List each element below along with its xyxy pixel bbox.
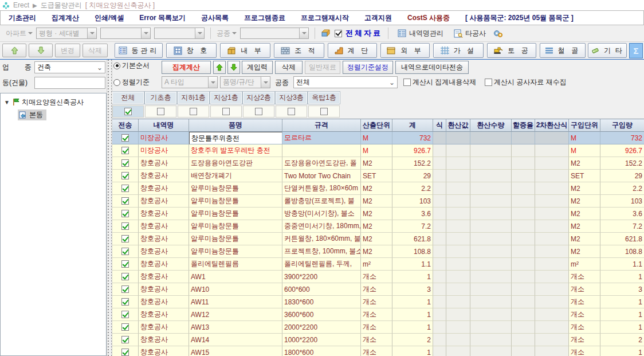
cell-buy_qty[interactable]: 732 bbox=[600, 132, 644, 144]
cell-send[interactable] bbox=[112, 144, 139, 157]
trade-select[interactable]: 건축 ⌄ bbox=[34, 61, 105, 73]
cell-f2[interactable] bbox=[446, 245, 470, 258]
floor-tab-2[interactable]: 지하1층 bbox=[178, 92, 209, 104]
cell-f1[interactable] bbox=[433, 296, 446, 308]
cell-f4[interactable] bbox=[512, 233, 535, 245]
cell-buy_unit[interactable]: M2 bbox=[569, 157, 600, 170]
type-select[interactable]: 평형 · 세대별 bbox=[36, 28, 97, 39]
cell-spec[interactable]: 프로젝트창, 100mm, 불소 bbox=[282, 245, 361, 258]
floor-checkbox-5[interactable] bbox=[288, 108, 295, 115]
table-row[interactable]: 창호공사알루미늄창문틀단열커튼월창, 180×60mM22.2M22.2 bbox=[112, 182, 644, 195]
floor-tab-3[interactable]: 지상1층 bbox=[210, 92, 242, 104]
table-row[interactable]: 미장공사창호주위 발포우레탄 충전M926.7M926.7 bbox=[112, 144, 644, 157]
row-checkbox[interactable] bbox=[121, 260, 129, 268]
menu-aggregate-calc[interactable]: 집계계산 bbox=[52, 13, 79, 23]
cell-f1[interactable] bbox=[433, 220, 446, 233]
cell-buy_qty[interactable]: 103 bbox=[600, 195, 644, 208]
row-checkbox[interactable] bbox=[121, 185, 129, 192]
col-header-6[interactable]: 식 bbox=[433, 119, 446, 132]
cell-f2[interactable] bbox=[446, 271, 470, 283]
cell-f2[interactable] bbox=[446, 195, 470, 208]
cell-cat[interactable]: 창호공사 bbox=[139, 170, 189, 182]
cell-cat[interactable]: 창호공사 bbox=[139, 271, 189, 283]
cell-name[interactable]: AW14 bbox=[189, 334, 282, 346]
cell-total[interactable]: 926.7 bbox=[392, 144, 433, 157]
cell-send[interactable] bbox=[112, 346, 139, 356]
row-checkbox[interactable] bbox=[121, 172, 129, 179]
cell-total[interactable]: 108.8 bbox=[392, 245, 433, 258]
cell-unit[interactable]: 개소 bbox=[361, 283, 392, 296]
cell-unit[interactable]: 개소 bbox=[361, 334, 392, 346]
table-row[interactable]: 창호공사AW151800*600개소1개소1 bbox=[112, 346, 644, 356]
cell-buy_unit[interactable]: SET bbox=[569, 170, 600, 182]
cell-cat[interactable]: 창호공사 bbox=[139, 195, 189, 208]
tree-child-selected[interactable]: 본동 bbox=[18, 109, 46, 120]
cell-total[interactable]: 3 bbox=[392, 283, 433, 296]
cell-f1[interactable] bbox=[433, 283, 446, 296]
cell-cat[interactable]: 창호공사 bbox=[139, 296, 189, 308]
cell-spec[interactable]: 방충망(미서기창), 불소 bbox=[282, 208, 361, 220]
cell-f3[interactable] bbox=[470, 208, 512, 220]
other-work-button[interactable]: 타공사 bbox=[450, 28, 489, 40]
table-row[interactable]: 창호공사폴리에틸렌필름폴리에틸렌필름, 두께,m²1.1m²1.1 bbox=[112, 258, 644, 271]
floor-checkbox-4[interactable] bbox=[255, 108, 262, 115]
cell-f2[interactable] bbox=[446, 321, 470, 334]
cell-f2[interactable] bbox=[446, 144, 470, 157]
delete-button-ribbon[interactable]: 삭제 bbox=[83, 44, 108, 57]
cell-unit[interactable]: M2 bbox=[361, 245, 392, 258]
cell-total[interactable]: 732 bbox=[392, 132, 433, 144]
table-row[interactable]: 창호공사AW13900*2200개소1개소1 bbox=[112, 271, 644, 283]
cell-f1[interactable] bbox=[433, 321, 446, 334]
row-checkbox[interactable] bbox=[121, 147, 129, 154]
cell-unit[interactable]: m² bbox=[361, 258, 392, 271]
cell-total[interactable]: 1.1 bbox=[392, 258, 433, 271]
cell-send[interactable] bbox=[112, 132, 139, 144]
table-row[interactable]: 창호공사AW111830*600개소1개소1 bbox=[112, 296, 644, 308]
cell-unit[interactable]: 개소 bbox=[361, 321, 392, 334]
floor-tab-1[interactable]: 기초층 bbox=[145, 92, 176, 104]
row-checkbox[interactable] bbox=[121, 285, 129, 293]
cell-f3[interactable] bbox=[470, 296, 512, 308]
cell-f2[interactable] bbox=[446, 346, 470, 356]
row-down-button[interactable] bbox=[227, 61, 240, 74]
cell-f3[interactable] bbox=[470, 271, 512, 283]
cell-name[interactable]: 폴리에틸렌필름 bbox=[189, 258, 282, 271]
sigma-button[interactable]: Σ bbox=[629, 43, 643, 58]
cell-total[interactable]: 3.6 bbox=[392, 208, 433, 220]
cell-f1[interactable] bbox=[433, 258, 446, 271]
stairs-button[interactable]: 계 단 bbox=[328, 43, 377, 58]
row-checkbox[interactable] bbox=[121, 336, 129, 343]
cell-name[interactable]: 알루미늄창문틀 bbox=[189, 208, 282, 220]
cell-spec[interactable]: 단열커튼월창, 180×60m bbox=[282, 182, 361, 195]
cell-send[interactable] bbox=[112, 245, 139, 258]
cell-f3[interactable] bbox=[470, 195, 512, 208]
table-row[interactable]: 창호공사배연창개폐기Two Motor Two ChainSET29SET29 bbox=[112, 170, 644, 182]
cell-buy_unit[interactable]: M bbox=[569, 144, 600, 157]
col-header-2[interactable]: 품명 bbox=[189, 119, 282, 132]
empty-select-2[interactable] bbox=[154, 28, 205, 39]
row-checkbox[interactable] bbox=[121, 248, 129, 255]
cell-f4[interactable] bbox=[512, 283, 535, 296]
cell-buy_unit[interactable]: M2 bbox=[569, 182, 600, 195]
etc-button[interactable]: 기 타 bbox=[588, 43, 627, 58]
col-header-0[interactable]: 전송 bbox=[112, 119, 139, 132]
table-row[interactable]: 창호공사알루미늄창문틀커튼월창, 180×60mm, 불M2621.8M2621… bbox=[112, 233, 644, 245]
row-checkbox[interactable] bbox=[121, 134, 129, 142]
cell-spec[interactable]: 1800*600 bbox=[282, 346, 361, 356]
floor-tab-4[interactable]: 지상2층 bbox=[243, 92, 274, 104]
table-row[interactable]: 창호공사AW10600*600개소3개소3 bbox=[112, 283, 644, 296]
cell-cat[interactable]: 창호공사 bbox=[139, 208, 189, 220]
cell-unit[interactable]: M bbox=[361, 144, 392, 157]
cell-f5[interactable] bbox=[535, 334, 569, 346]
cell-f4[interactable] bbox=[512, 144, 535, 157]
cell-f1[interactable] bbox=[433, 245, 446, 258]
cell-f5[interactable] bbox=[535, 283, 569, 296]
send-to-boq-button[interactable]: 내역으로데이타전송 bbox=[395, 61, 469, 74]
col-header-1[interactable]: 내역명 bbox=[139, 119, 189, 132]
row-checkbox[interactable] bbox=[121, 235, 129, 242]
name-spec-select[interactable]: 품명/규/단 bbox=[220, 76, 270, 88]
gongjong-dropdown[interactable]: 공종 bbox=[217, 29, 237, 38]
floor-checkbox-1[interactable] bbox=[157, 108, 164, 115]
cell-unit[interactable]: M2 bbox=[361, 182, 392, 195]
cell-f4[interactable] bbox=[512, 334, 535, 346]
